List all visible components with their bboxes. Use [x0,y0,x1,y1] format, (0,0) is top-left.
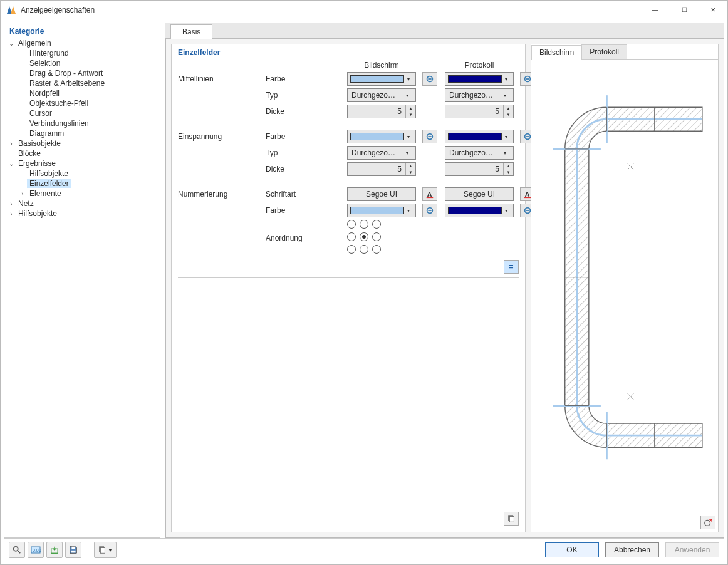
spin-down-icon[interactable]: ▼ [405,111,415,118]
chevron-down-icon: ▾ [403,93,412,98]
svg-point-29 [14,547,18,551]
einsp-typ-protocol[interactable]: Durchgezo… ▾ [445,146,514,160]
radio-pos[interactable] [372,232,381,241]
mittel-farbe-protocol[interactable]: ▾ [445,72,514,86]
preview-tab-screen[interactable]: Bildschirm [531,45,582,60]
mittel-dicke-protocol[interactable]: 5 ▲▼ [445,105,514,118]
chevron-right-icon[interactable]: › [7,200,16,207]
svg-text:0,00: 0,00 [33,548,41,552]
svg-text:A: A [427,190,432,198]
search-icon[interactable] [9,542,25,558]
num-font-protocol[interactable]: Segoe UI [445,187,514,201]
chevron-right-icon[interactable]: › [7,210,16,217]
preview-tab-protocol[interactable]: Protokoll [581,44,627,59]
tree-item[interactable]: Selektion [7,58,157,68]
clipboard-dropdown-icon[interactable]: ▼ [94,542,117,558]
mittel-typ-screen[interactable]: Durchgezo… ▾ [347,88,416,102]
tree-item-label: Verbindungslinien [27,119,91,128]
tree-item[interactable]: Hintergrund [7,48,157,58]
svg-rect-7 [524,197,531,198]
col-head-protocol: Protokoll [445,61,514,70]
radio-pos[interactable] [372,220,381,229]
tree-item[interactable]: ›Netz [7,199,157,209]
tab-basis[interactable]: Basis [170,24,212,39]
num-farbe-screen[interactable]: ▾ [347,204,416,217]
tree-item[interactable]: Objektsuche-Pfeil [7,98,157,108]
num-font-screen[interactable]: Segoe UI [347,187,416,201]
copy-settings-icon[interactable] [504,512,519,526]
tree-item[interactable]: Diagramm [7,128,157,138]
tree-item-label: Elemente [27,189,64,198]
radio-pos[interactable] [347,232,356,241]
right-content: Basis Einzelfelder Bildschirm Protokoll [165,23,724,538]
swatch-dark [448,207,502,214]
einsp-typ-screen[interactable]: Durchgezo… ▾ [347,146,416,160]
radio-pos[interactable] [360,220,368,229]
color-link-icon[interactable] [422,72,437,86]
spin-up-icon[interactable]: ▲ [405,105,415,111]
label-farbe: Farbe [266,132,341,141]
spin-up-icon[interactable]: ▲ [503,163,513,169]
einsp-dicke-protocol[interactable]: 5 ▲▼ [445,162,514,176]
chevron-down-icon[interactable]: ⌄ [7,160,16,167]
tree-item[interactable]: ›Hilfsobjekte [7,209,157,219]
radio-pos[interactable] [372,245,381,254]
radio-pos[interactable] [347,245,356,254]
tree-item-label: Einzelfelder [27,179,71,188]
tree-item[interactable]: ⌄Allgemein [7,38,157,48]
tree-item-label: Nordpfeil [27,89,62,98]
spin-down-icon[interactable]: ▼ [503,169,513,175]
spin-down-icon[interactable]: ▼ [405,169,415,175]
tree-item[interactable]: Raster & Arbeitsebene [7,78,157,88]
color-link-icon[interactable] [422,204,437,217]
tree-item-label: Cursor [27,109,55,118]
chevron-down-icon: ▾ [501,93,509,98]
ok-button[interactable]: OK [545,542,599,557]
maximize-button[interactable]: ☐ [670,1,699,19]
einsp-farbe-protocol[interactable]: ▾ [445,130,514,143]
radio-pos-center[interactable] [360,232,368,241]
equalize-row: = [178,260,519,274]
color-link-icon[interactable] [422,130,437,143]
precision-icon[interactable]: 0,00 [28,542,44,558]
tree-item[interactable]: Verbindungslinien [7,118,157,128]
tree-item[interactable]: ›Elemente [7,189,157,199]
apply-button[interactable]: Anwenden [665,542,719,557]
chevron-right-icon[interactable]: › [18,190,27,197]
spin-up-icon[interactable]: ▲ [405,163,415,169]
svg-rect-35 [71,547,75,549]
tree-item[interactable]: Drag & Drop - Antwort [7,68,157,78]
tree-item[interactable]: Nordpfeil [7,88,157,98]
tree-item-label: Diagramm [27,129,66,138]
bottom-toolbar: 0,00 ▼ OK Abbrechen Anwenden [4,538,724,561]
einsp-farbe-screen[interactable]: ▾ [347,130,416,143]
close-button[interactable]: ✕ [699,1,727,19]
save-icon[interactable] [65,542,81,558]
cancel-button[interactable]: Abbrechen [605,542,659,557]
radio-pos[interactable] [347,220,356,229]
preview-reset-icon[interactable] [700,516,715,529]
mittel-dicke-screen[interactable]: 5 ▲▼ [347,105,416,118]
category-tree[interactable]: ⌄AllgemeinHintergrundSelektionDrag & Dro… [4,38,160,537]
chevron-right-icon[interactable]: › [7,140,16,147]
spin-up-icon[interactable]: ▲ [503,105,513,111]
tree-item[interactable]: Einzelfelder [7,179,157,189]
equalize-button[interactable]: = [504,260,519,274]
mittel-farbe-screen[interactable]: ▾ [347,72,416,86]
num-farbe-protocol[interactable]: ▾ [445,204,514,217]
tree-item[interactable]: ⌄Ergebnisse [7,158,157,168]
tree-item[interactable]: Hilfsobjekte [7,168,157,179]
radio-pos[interactable] [360,245,368,254]
chevron-down-icon[interactable]: ⌄ [7,40,16,47]
einsp-dicke-screen[interactable]: 5 ▲▼ [347,162,416,176]
tree-item[interactable]: Cursor [7,108,157,118]
minimize-button[interactable]: — [641,1,670,19]
mittel-typ-protocol[interactable]: Durchgezo… ▾ [445,88,514,102]
font-picker-icon[interactable]: A [422,187,437,201]
spin-down-icon[interactable]: ▼ [503,111,513,118]
tree-item-label: Hilfsobjekte [16,209,60,218]
import-icon[interactable] [46,542,63,558]
tabs: Basis [165,23,724,39]
tree-item[interactable]: Blöcke [7,148,157,158]
tree-item[interactable]: ›Basisobjekte [7,138,157,148]
